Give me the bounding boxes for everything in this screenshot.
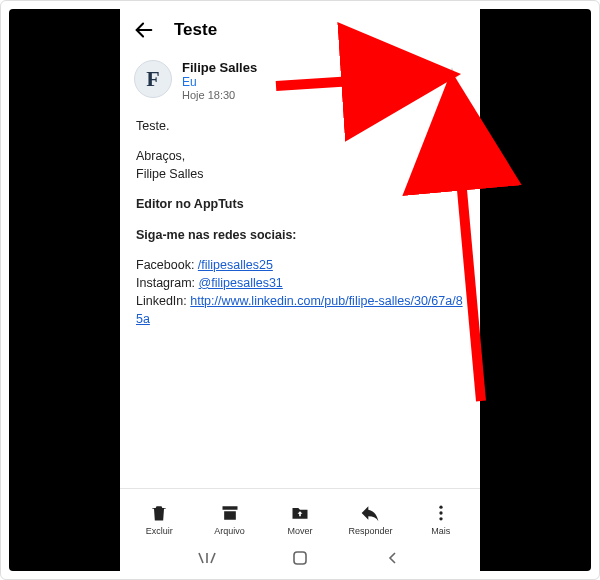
more-vert-icon — [431, 503, 451, 523]
system-nav-bar — [120, 544, 480, 572]
svg-point-3 — [439, 517, 442, 520]
body-role: Editor no AppTuts — [136, 197, 244, 211]
svg-rect-7 — [294, 552, 306, 564]
svg-point-2 — [439, 511, 442, 514]
facebook-link[interactable]: /filipesalles25 — [198, 258, 273, 272]
body-signature-name: Filipe Salles — [136, 167, 203, 181]
reply-icon — [360, 503, 380, 523]
instagram-link[interactable]: @filipesalles31 — [199, 276, 283, 290]
sender-avatar[interactable]: F — [134, 60, 172, 98]
archive-icon — [220, 503, 240, 523]
home-icon — [292, 550, 308, 566]
delete-label: Excluir — [146, 526, 173, 536]
body-signoff: Abraços, — [136, 149, 185, 163]
archive-label: Arquivo — [214, 526, 245, 536]
message-body: Teste. Abraços, Filipe Salles Editor no … — [120, 107, 480, 488]
instagram-label: Instagram: — [136, 276, 199, 290]
recents-icon — [198, 551, 216, 565]
body-social-heading: Siga-me nas redes sociais: — [136, 228, 297, 242]
message-timestamp: Hoje 18:30 — [182, 89, 428, 101]
folder-move-icon — [290, 503, 310, 523]
reply-label: Responder — [348, 526, 392, 536]
star-button[interactable] — [438, 62, 466, 90]
svg-line-4 — [199, 553, 203, 563]
recipient-label[interactable]: Eu — [182, 75, 428, 89]
linkedin-label: LinkedIn: — [136, 294, 190, 308]
email-subject: Teste — [174, 20, 217, 40]
move-button[interactable]: Mover — [265, 502, 335, 536]
archive-button[interactable]: Arquivo — [194, 502, 264, 536]
svg-line-6 — [211, 553, 215, 563]
recents-button[interactable] — [196, 547, 218, 569]
more-button[interactable]: Mais — [406, 502, 476, 536]
nav-back-button[interactable] — [382, 547, 404, 569]
arrow-left-icon — [133, 19, 155, 41]
home-button[interactable] — [289, 547, 311, 569]
body-greeting: Teste. — [136, 117, 464, 135]
star-icon — [441, 65, 463, 87]
facebook-label: Facebook: — [136, 258, 198, 272]
app-top-bar: Teste — [120, 8, 480, 52]
sender-name: Filipe Salles — [182, 60, 428, 75]
chevron-left-icon — [386, 551, 400, 565]
message-header: F Filipe Salles Eu Hoje 18:30 — [120, 52, 480, 107]
move-label: Mover — [288, 526, 313, 536]
reply-button[interactable]: Responder — [335, 502, 405, 536]
delete-button[interactable]: Excluir — [124, 502, 194, 536]
more-label: Mais — [431, 526, 450, 536]
email-app-screen: Teste F Filipe Salles Eu Hoje 18:30 Test… — [120, 8, 480, 572]
svg-point-1 — [439, 505, 442, 508]
back-button[interactable] — [132, 18, 156, 42]
trash-icon — [149, 503, 169, 523]
bottom-toolbar: Excluir Arquivo Mover Responder Mais — [120, 488, 480, 544]
